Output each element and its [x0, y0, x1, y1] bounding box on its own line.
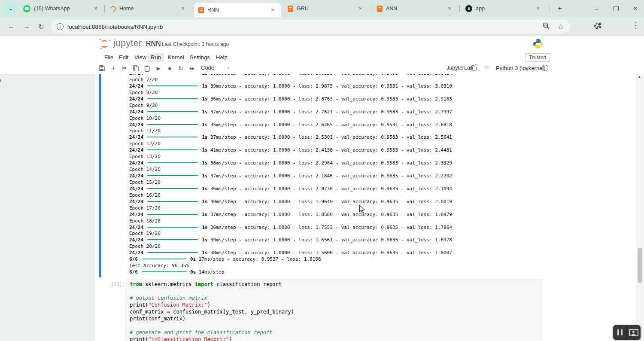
- page-scrollbar[interactable]: ▲: [636, 74, 644, 341]
- window-maximize-button[interactable]: [610, 3, 623, 14]
- notebook-toolbar: + ✂ ▶ ■ ↻ ▶▶ Code ⌄ JupyterLab ↗ ⚙ Pytho…: [0, 63, 644, 74]
- tab-search-button[interactable]: ⌄: [4, 3, 18, 14]
- jupyter-menubar: File Edit View Run Kernel Settings Help …: [0, 52, 644, 64]
- tab-divider: [371, 5, 371, 12]
- run-cell-button[interactable]: ▶: [154, 64, 163, 73]
- tab-rnn-active[interactable]: RNN ×: [194, 3, 281, 17]
- training-progress-line: 24/241s 38ms/step - accuracy: 1.0000 - l…: [129, 160, 452, 167]
- tab-close-icon[interactable]: ×: [179, 5, 187, 12]
- copy-cells-button[interactable]: [131, 64, 140, 73]
- maximize-icon: [614, 6, 619, 11]
- pause-recording-button[interactable]: [613, 325, 627, 340]
- code-line[interactable]: print("Confusion Matrix:"): [130, 301, 294, 308]
- tab-close-icon[interactable]: ×: [356, 5, 364, 12]
- forward-icon: →: [23, 23, 30, 30]
- code-line[interactable]: from sklearn.metrics import classificati…: [130, 281, 294, 288]
- tab-gru[interactable]: GRU ×: [283, 0, 368, 17]
- browser-menu-dots-icon[interactable]: ⋮: [632, 21, 640, 30]
- menu-settings[interactable]: Settings: [187, 53, 213, 62]
- output-text-line: Epoch 16/20: [129, 192, 452, 199]
- progress-bar: [147, 227, 198, 228]
- code-editor[interactable]: from sklearn.metrics import classificati…: [130, 281, 294, 341]
- progress-bar: [147, 239, 198, 240]
- output-text-line: Epoch 19/20: [129, 231, 452, 237]
- window-close-button[interactable]: ×: [629, 3, 642, 14]
- external-link-arrow-icon: ↗: [474, 63, 477, 67]
- output-text-line: Epoch 7/20: [129, 77, 452, 83]
- tab-close-icon[interactable]: ×: [269, 6, 276, 14]
- progress-bar: [147, 111, 198, 112]
- chevron-down-icon: ⌄: [226, 64, 230, 70]
- back-icon: ←: [8, 23, 15, 30]
- tab-close-icon[interactable]: ×: [446, 5, 453, 12]
- gear-icon[interactable]: ⚙: [484, 64, 489, 71]
- paste-cells-button[interactable]: [142, 64, 152, 73]
- tab-whatsapp[interactable]: ☎ (15) WhatsApp ×: [19, 0, 104, 17]
- output-text-line: Epoch 14/20: [129, 167, 452, 173]
- output-text-line: Epoch 17/20: [129, 205, 452, 212]
- code-line[interactable]: conf_matrix = confusion_matrix(y_test, y…: [130, 308, 294, 315]
- whatsapp-icon: ☎: [23, 5, 30, 12]
- site-info-icon[interactable]: i: [57, 23, 64, 30]
- code-line[interactable]: print(conf_matrix): [130, 315, 294, 322]
- kernel-name[interactable]: Python 3 (ipykernel): [496, 65, 546, 71]
- menu-help[interactable]: Help: [213, 53, 231, 62]
- screen-recorder-toolbar[interactable]: [613, 325, 641, 340]
- menu-edit[interactable]: Edit: [116, 53, 131, 62]
- progress-bar: [147, 201, 198, 202]
- progress-bar: [147, 124, 198, 125]
- training-progress-line: 24/241s 36ms/step - accuracy: 1.0000 - l…: [129, 225, 452, 231]
- scroll-up-icon[interactable]: ▲: [638, 75, 641, 79]
- code-line[interactable]: # output confusion matrix: [130, 295, 294, 301]
- cell-type-dropdown[interactable]: Code: [201, 64, 214, 71]
- tab-app[interactable]: ♛ app ×: [461, 0, 546, 17]
- progress-bar: [147, 188, 198, 189]
- camera-pip-button[interactable]: [627, 329, 641, 336]
- tab-home[interactable]: Home ×: [106, 0, 191, 17]
- training-progress-line: 24/241s 35ms/step - accuracy: 1.0000 - l…: [129, 122, 452, 128]
- menu-view[interactable]: View: [131, 53, 149, 62]
- menu-file[interactable]: File: [101, 53, 116, 62]
- new-tab-button[interactable]: +: [555, 4, 565, 13]
- tab-divider: [550, 5, 550, 12]
- tab-ann[interactable]: ANN ×: [373, 0, 458, 17]
- forward-button[interactable]: →: [21, 21, 33, 33]
- notebook-title[interactable]: RNN: [146, 40, 161, 48]
- bookmark-star-icon[interactable]: ☆: [558, 22, 564, 31]
- scrollbar-thumb[interactable]: [638, 248, 642, 283]
- reload-button[interactable]: ↻: [35, 21, 47, 33]
- cut-cells-button[interactable]: ✂: [120, 64, 129, 73]
- address-bar[interactable]: i localhost:8888/notebooks/RNN.ipynb ☆: [51, 20, 570, 33]
- extensions-puzzle-icon[interactable]: [593, 21, 602, 32]
- code-line[interactable]: [130, 322, 294, 329]
- training-progress-line: 6/60s 17ms/step - accuracy: 0.9537 - los…: [129, 256, 452, 263]
- browser-tab-strip: ⌄ ☎ (15) WhatsApp × Home × RNN × GRU × A…: [0, 0, 644, 17]
- python-logo-icon: [532, 38, 544, 51]
- url-text[interactable]: localhost:8888/notebooks/RNN.ipynb: [67, 24, 163, 30]
- left-gutter-panel: ≡: [0, 74, 96, 341]
- insert-cell-button[interactable]: +: [109, 64, 118, 73]
- tab-close-icon[interactable]: ×: [92, 5, 100, 12]
- progress-bar: [147, 214, 198, 215]
- menu-kernel[interactable]: Kernel: [165, 53, 187, 62]
- progress-bar: [147, 98, 198, 99]
- window-minimize-button[interactable]: –: [590, 3, 603, 14]
- restart-run-all-button[interactable]: ▶▶: [187, 64, 197, 73]
- jupyter-brand-text: jupyter: [113, 38, 142, 48]
- zoom-icon[interactable]: [542, 22, 550, 31]
- jupyterlab-link[interactable]: JupyterLab: [447, 65, 473, 71]
- output-text-line: Epoch 13/20: [129, 154, 452, 160]
- code-line[interactable]: [130, 288, 294, 295]
- notebook-area[interactable]: 24/241s 36ms/step - accuracy: 1.0000 - l…: [95, 74, 636, 341]
- back-button[interactable]: ←: [5, 21, 17, 33]
- notebook-file-icon: [377, 6, 383, 12]
- stop-kernel-button[interactable]: ■: [165, 64, 174, 73]
- save-button[interactable]: [97, 64, 106, 73]
- trusted-badge[interactable]: Trusted: [525, 53, 550, 62]
- code-line[interactable]: # generate and print the classification …: [130, 329, 294, 336]
- menu-run[interactable]: Run: [148, 53, 164, 62]
- code-line[interactable]: print("\nClassification Report:"): [130, 336, 294, 341]
- restart-kernel-button[interactable]: ↻: [176, 64, 185, 73]
- tab-close-icon[interactable]: ×: [534, 5, 542, 12]
- pause-icon: [621, 329, 623, 335]
